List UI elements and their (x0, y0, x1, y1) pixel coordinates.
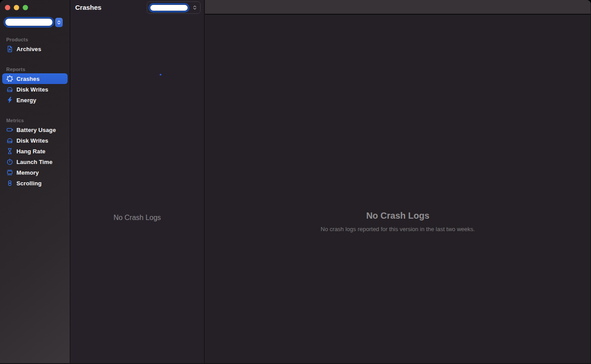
sidebar-item-launch-time[interactable]: Launch Time (2, 156, 68, 167)
sidebar-section-products: Products (6, 37, 70, 42)
disk-drive-icon (6, 86, 13, 93)
scrolling-icon (6, 180, 13, 187)
version-selector-popup[interactable] (147, 1, 201, 14)
sidebar-item-crashes[interactable]: Crashes (2, 73, 68, 84)
sidebar-item-label: Launch Time (16, 159, 52, 165)
sidebar-item-archives[interactable]: Archives (2, 44, 68, 54)
detail-empty-state: No Crash Logs No crash logs reported for… (205, 211, 591, 232)
sidebar-item-disk-writes-metric[interactable]: Disk Writes (2, 135, 68, 146)
sidebar-item-disk-writes-report[interactable]: Disk Writes (2, 84, 68, 95)
app-selector-stepper-button[interactable] (55, 18, 63, 27)
zoom-button[interactable] (23, 5, 28, 10)
sidebar-item-label: Disk Writes (16, 137, 48, 144)
sidebar-section-reports: Reports (6, 67, 70, 72)
detail-empty-subtitle: No crash logs reported for this version … (205, 226, 591, 232)
crash-list-header: Crashes (70, 0, 204, 15)
sidebar-item-label: Memory (16, 169, 39, 176)
detail-empty-title: No Crash Logs (205, 211, 591, 221)
chevron-up-down-icon (56, 20, 61, 25)
list-empty-message: No Crash Logs (70, 214, 204, 222)
sidebar-nav: Products Archives Reports Crashes Dis (0, 30, 70, 188)
sidebar-item-label: Archives (16, 46, 41, 52)
battery-icon (6, 126, 13, 133)
sidebar-item-scrolling[interactable]: Scrolling (2, 178, 68, 188)
detail-toolbar (205, 0, 591, 15)
sidebar-section-metrics: Metrics (6, 118, 70, 123)
sidebar-item-label: Scrolling (16, 180, 42, 187)
sidebar-item-label: Hang Rate (16, 148, 45, 155)
version-selector-value[interactable] (150, 5, 188, 11)
memory-chip-icon (6, 169, 13, 176)
close-button[interactable] (5, 5, 10, 10)
app-selector-value[interactable] (5, 19, 52, 26)
sidebar-item-battery-usage[interactable]: Battery Usage (2, 124, 68, 135)
sidebar-item-label: Energy (16, 97, 36, 104)
organizer-window: Products Archives Reports Crashes Dis (0, 0, 591, 364)
chevron-up-down-icon (192, 5, 197, 10)
crash-burst-icon (6, 75, 13, 82)
sidebar-item-label: Crashes (16, 76, 40, 82)
window-controls (5, 5, 28, 10)
crash-list-pane: Crashes No Crash Logs (70, 0, 205, 364)
timer-icon (6, 158, 13, 165)
sidebar-item-label: Battery Usage (16, 127, 56, 133)
archive-document-icon (6, 45, 13, 52)
hourglass-icon (6, 148, 13, 155)
sidebar: Products Archives Reports Crashes Dis (0, 0, 70, 364)
energy-bolt-icon (6, 96, 13, 104)
sidebar-item-label: Disk Writes (16, 86, 48, 93)
sidebar-item-energy[interactable]: Energy (2, 95, 68, 105)
disk-drive-icon (6, 137, 13, 144)
minimize-button[interactable] (14, 5, 19, 10)
app-selector-focus-ring (4, 17, 54, 28)
crash-detail-pane: No Crash Logs No crash logs reported for… (205, 0, 591, 364)
sidebar-item-hang-rate[interactable]: Hang Rate (2, 146, 68, 156)
progress-dot (160, 74, 161, 76)
version-selector-focus-ring (149, 3, 189, 12)
pane-title: Crashes (75, 4, 101, 11)
sidebar-item-memory[interactable]: Memory (2, 167, 68, 178)
app-selector-popup[interactable] (4, 16, 66, 28)
